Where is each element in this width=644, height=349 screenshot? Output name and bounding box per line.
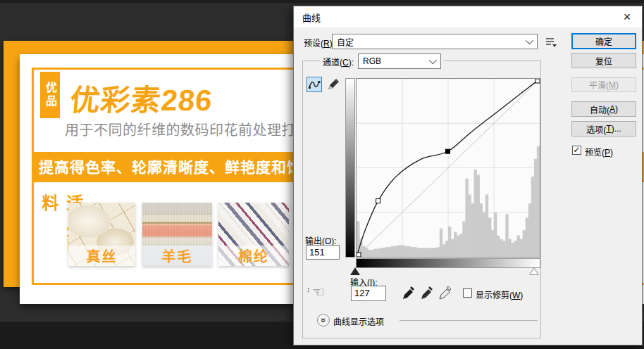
curves-dialog: 曲线 × 预设(R): 自定 确定 复位 平滑(M) 自动(A) 选项(T)..… xyxy=(293,6,643,345)
on-image-adjustment-icon[interactable]: ↕☜ xyxy=(306,284,329,305)
preset-label: 预设(R): xyxy=(304,37,335,49)
preset-select[interactable]: 自定 xyxy=(332,34,538,49)
channel-label: 通道(C): xyxy=(323,56,354,68)
chevron-down-icon xyxy=(526,37,533,44)
curve-graph[interactable] xyxy=(356,78,540,258)
pencil-icon xyxy=(326,77,340,91)
preview-label: 预览(P) xyxy=(585,146,613,158)
fabric-label-silk: 真丝 xyxy=(68,246,135,266)
curve-tool-icon xyxy=(308,80,321,89)
input-field[interactable]: 127 xyxy=(351,286,386,301)
curve-point-tool[interactable] xyxy=(306,77,322,92)
preset-value: 自定 xyxy=(337,36,354,48)
gray-point-eyedropper-icon[interactable] xyxy=(419,286,435,301)
auto-button[interactable]: 自动(A) xyxy=(571,101,636,117)
output-gradient-bar xyxy=(345,78,355,258)
preset-menu-icon[interactable] xyxy=(545,37,557,47)
output-field[interactable]: 151 xyxy=(306,245,340,260)
show-clipping-checkbox[interactable] xyxy=(463,288,472,298)
fabric-image-silk: 真丝 xyxy=(68,203,135,266)
preview-checkbox[interactable]: ✓ xyxy=(572,146,581,155)
ok-button[interactable]: 确定 xyxy=(571,33,636,49)
smooth-button[interactable]: 平滑(M) xyxy=(571,77,636,92)
display-options-label[interactable]: 曲线显示选项 xyxy=(333,315,384,327)
pencil-tool[interactable] xyxy=(325,77,340,92)
shadow-slider[interactable] xyxy=(350,267,360,275)
banner-subtitle: 用于不同的纤维的数码印花前处理打底 xyxy=(65,119,311,139)
banner-product-title: 优彩素286 xyxy=(68,76,214,119)
screenshot-root: 优品 优彩素286 用于不同的纤维的数码印花前处理打底 提高得色率、轮廓清晰度、… xyxy=(0,0,644,349)
options-button[interactable]: 选项(T)... xyxy=(571,121,636,137)
fabric-image-wool: 羊毛 xyxy=(142,203,212,266)
banner-badge: 优品 xyxy=(40,72,60,118)
fabric-image-cotton: 棉纶 xyxy=(218,203,289,266)
close-icon[interactable]: × xyxy=(612,6,642,27)
dialog-title: 曲线 xyxy=(294,11,321,24)
highlight-slider[interactable] xyxy=(529,267,539,275)
channel-value: RGB xyxy=(363,56,381,66)
dialog-titlebar[interactable]: 曲线 × xyxy=(294,6,642,27)
fabric-label-wool: 羊毛 xyxy=(142,246,212,266)
app-top-edge xyxy=(0,0,644,3)
channel-row: 通道(C): RGB xyxy=(320,53,444,69)
fabric-label-cotton: 棉纶 xyxy=(218,246,289,266)
input-gradient-bar xyxy=(356,258,540,268)
chevron-down-icon xyxy=(429,56,437,64)
white-point-eyedropper-icon[interactable] xyxy=(438,286,453,301)
channel-select[interactable]: RGB xyxy=(358,53,441,69)
reset-button[interactable]: 复位 xyxy=(571,53,636,68)
expander-chevrons-icon[interactable]: » xyxy=(317,314,330,326)
expander-rule xyxy=(400,320,538,321)
show-clipping-label: 显示修剪(W) xyxy=(476,288,523,300)
black-point-eyedropper-icon[interactable] xyxy=(401,286,416,301)
